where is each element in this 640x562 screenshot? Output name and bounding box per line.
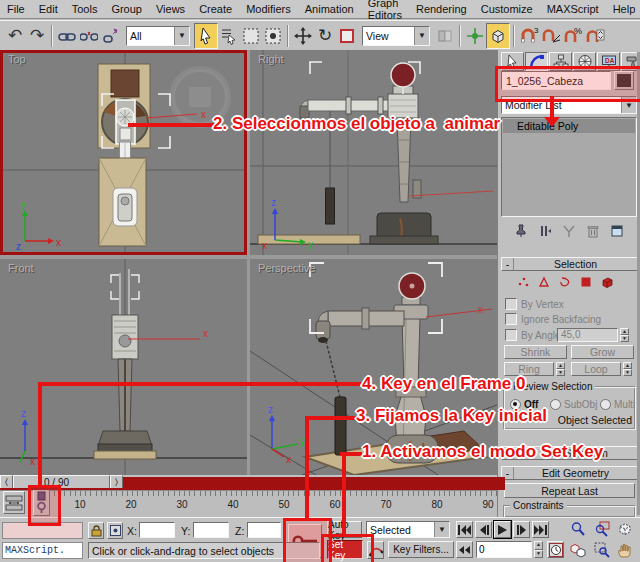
menu-edit[interactable]: Edit xyxy=(32,3,65,15)
radio-icon xyxy=(600,399,611,410)
zoom-button[interactable] xyxy=(568,519,588,539)
current-frame-field[interactable] xyxy=(476,541,532,558)
menu-modifiers[interactable]: Modifiers xyxy=(239,3,298,15)
rectangular-selection-region-button[interactable] xyxy=(240,24,262,48)
unlink-selection-button[interactable] xyxy=(78,24,100,48)
spinner-snap-toggle-button[interactable] xyxy=(584,24,606,48)
select-object-button[interactable] xyxy=(194,23,218,49)
select-and-manipulate-button[interactable] xyxy=(464,24,486,48)
viewport-front-label: Front xyxy=(8,262,34,274)
by-angle-field[interactable]: 45,0 xyxy=(557,328,618,342)
select-by-name-button[interactable] xyxy=(218,24,240,48)
vertex-subobject-button[interactable] xyxy=(516,275,530,289)
zoom-extents-button[interactable] xyxy=(615,519,635,539)
next-frame-button[interactable] xyxy=(513,521,530,538)
zoom-all-button[interactable] xyxy=(592,519,612,539)
zoom-extents-all-button[interactable] xyxy=(568,540,588,560)
by-angle-checkbox[interactable]: By Angle: xyxy=(505,329,563,341)
preview-subobj-label: SubObj xyxy=(564,399,597,410)
absolute-offset-toggle-button[interactable] xyxy=(107,522,123,539)
viewport-top[interactable]: x y x z Top xyxy=(0,50,247,255)
selection-rollout-header[interactable]: -Selection xyxy=(501,257,638,271)
loop-spinner[interactable]: ▲▼ xyxy=(623,362,632,376)
menu-help[interactable]: Help xyxy=(606,3,640,15)
previous-frame-button[interactable] xyxy=(475,521,492,538)
keyboard-override-toggle-button[interactable] xyxy=(486,23,510,49)
region-zoom-button[interactable] xyxy=(592,540,612,560)
menu-animation[interactable]: Animation xyxy=(298,3,361,15)
time-ruler[interactable]: 10 20 30 40 50 60 70 80 90 xyxy=(0,490,497,517)
menu-graph-editors[interactable]: Graph Editors xyxy=(361,0,409,21)
polygon-subobject-button[interactable] xyxy=(579,275,593,289)
trash-icon xyxy=(586,224,600,238)
maxscript-listener-row[interactable]: MAXScript. xyxy=(2,542,83,559)
go-to-start-button[interactable] xyxy=(456,521,473,538)
by-vertex-checkbox[interactable]: By Vertex xyxy=(505,298,564,310)
bind-to-spacewarp-button[interactable] xyxy=(100,24,122,48)
edge-subobject-button[interactable] xyxy=(537,275,551,289)
undo-button[interactable]: ↶ xyxy=(4,24,26,48)
selected-filter-dropdown[interactable]: Selected▼ xyxy=(366,521,450,538)
edit-geometry-rollout-header[interactable]: -Edit Geometry xyxy=(501,466,638,480)
select-and-move-button[interactable] xyxy=(292,24,314,48)
make-unique-button[interactable] xyxy=(559,222,579,240)
zoom-icon xyxy=(570,521,586,537)
prev-frame-icon xyxy=(479,525,489,535)
grid-origin-lines xyxy=(250,50,497,255)
mini-curve-editor-button[interactable] xyxy=(3,491,25,514)
stack-item-editable-poly[interactable]: Editable Poly xyxy=(503,119,635,133)
selection-filter-dropdown[interactable]: All▼ xyxy=(126,26,190,46)
menu-group[interactable]: Group xyxy=(104,3,149,15)
selection-lock-button[interactable] xyxy=(88,522,104,539)
element-subobject-button[interactable] xyxy=(600,275,614,289)
preview-subobj-radio[interactable]: SubObj xyxy=(550,399,597,410)
axis-x-label: x xyxy=(56,237,61,248)
by-angle-spinner[interactable]: ▲▼ xyxy=(620,328,629,342)
grow-button[interactable]: Grow xyxy=(571,345,634,359)
select-and-scale-button[interactable] xyxy=(336,24,358,48)
time-configuration-button[interactable] xyxy=(547,541,564,558)
annotation-step3-hline xyxy=(307,416,357,420)
redo-button[interactable]: ↷ xyxy=(26,24,48,48)
border-subobject-button[interactable] xyxy=(558,275,572,289)
coordinate-system-dropdown[interactable]: View▼ xyxy=(362,26,430,46)
y-coordinate-label: Y: xyxy=(181,525,190,537)
y-coordinate-field[interactable] xyxy=(193,522,229,538)
frame-spinner[interactable]: ▲▼ xyxy=(534,541,543,558)
mini-curve-editor-icon xyxy=(5,494,23,512)
menu-customize[interactable]: Customize xyxy=(474,3,540,15)
menu-maxscript[interactable]: MAXScript xyxy=(540,3,606,15)
repeat-last-button[interactable]: Repeat Last xyxy=(504,483,635,498)
menu-tools[interactable]: Tools xyxy=(65,3,105,15)
show-end-result-button[interactable] xyxy=(535,222,555,240)
menu-views[interactable]: Views xyxy=(149,3,192,15)
menu-rendering[interactable]: Rendering xyxy=(409,3,474,15)
ignore-backfacing-checkbox[interactable]: Ignore Backfacing xyxy=(505,313,601,325)
window-crossing-toggle-button[interactable] xyxy=(262,24,284,48)
play-button[interactable] xyxy=(494,521,511,538)
configure-modifier-sets-button[interactable] xyxy=(607,222,627,240)
key-filters-button[interactable]: Key Filters... xyxy=(388,541,454,558)
shrink-button[interactable]: Shrink xyxy=(504,345,567,359)
pan-button[interactable] xyxy=(615,540,635,560)
x-coordinate-field[interactable] xyxy=(139,522,175,538)
pin-stack-button[interactable] xyxy=(511,222,531,240)
angle-snap-toggle-button[interactable] xyxy=(540,24,562,48)
ring-spinner[interactable]: ▲▼ xyxy=(556,362,565,376)
menu-file[interactable]: File xyxy=(0,3,32,15)
preview-multi-radio[interactable]: Multi xyxy=(600,399,635,410)
select-and-rotate-button[interactable]: ↻ xyxy=(314,24,336,48)
use-pivot-center-button[interactable] xyxy=(434,24,456,48)
select-and-link-button[interactable] xyxy=(56,24,78,48)
loop-button[interactable]: Loop xyxy=(571,362,621,376)
go-to-end-button[interactable] xyxy=(532,521,549,538)
key-mode-toggle-button[interactable] xyxy=(456,541,473,558)
zoom-extents-icon xyxy=(617,521,633,537)
modifier-stack[interactable]: Editable Poly xyxy=(501,117,637,217)
z-coordinate-field[interactable] xyxy=(247,522,281,538)
viewport-right[interactable]: z x y Right xyxy=(250,50,497,255)
menu-create[interactable]: Create xyxy=(192,3,239,15)
percent-snap-toggle-button[interactable]: % xyxy=(562,24,584,48)
snaps-toggle-button[interactable]: 3 xyxy=(518,24,540,48)
remove-modifier-button[interactable] xyxy=(583,222,603,240)
